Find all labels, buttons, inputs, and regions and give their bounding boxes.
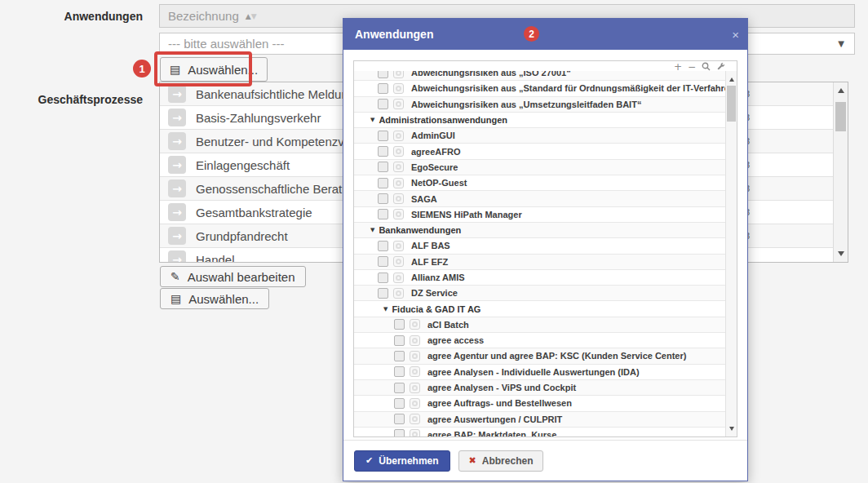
row-checkbox[interactable] [378, 131, 388, 141]
process-label: Gesamtbankstrategie [196, 206, 312, 219]
application-label: AdminGUI [411, 131, 455, 140]
tree-row[interactable]: ▼ agree Auswertungen / CULPRIT [354, 412, 726, 428]
ring-glyph [396, 211, 401, 217]
row-checkbox[interactable] [378, 178, 388, 188]
ring-glyph [412, 432, 418, 436]
collapse-icon[interactable]: ▼ [370, 117, 374, 123]
row-checkbox[interactable] [378, 83, 388, 94]
ring-glyph [396, 86, 401, 91]
tree-row[interactable]: ▼ Allianz AMIS [354, 270, 726, 286]
row-checkbox[interactable] [394, 335, 405, 346]
sort-desc-icon[interactable]: ▼ [251, 12, 257, 20]
auswaehlen-bottom-label: Auswählen... [188, 292, 259, 306]
search-icon[interactable] [702, 62, 711, 73]
tree-row[interactable]: ▼ Abweichungsrisiken aus „Standard für O… [354, 81, 726, 96]
arrow-right-icon: → [168, 85, 186, 103]
ring-glyph [396, 133, 401, 139]
tree-row[interactable]: ▼ aCI Batch [354, 317, 726, 333]
tree-row[interactable]: ▼ Bankanwendungen [354, 223, 726, 238]
tree-row[interactable]: ▼ agree Auftrags- und Bestellwesen [354, 396, 726, 411]
arrow-right-icon: → [168, 156, 186, 174]
tree-row[interactable]: ▼ agree BAP: Marktdaten, Kurse [354, 428, 726, 436]
tree-row[interactable]: ▼ ALF EFZ [354, 255, 726, 270]
tree-scrollbar[interactable] [725, 71, 737, 436]
scroll-up-icon [729, 78, 734, 82]
row-state-icon [393, 83, 404, 94]
tree-scroll-up-button[interactable] [726, 73, 737, 85]
sort-icons[interactable]: ▲▼ [246, 12, 257, 20]
add-icon[interactable]: + [674, 62, 682, 72]
scrollbar-thumb[interactable] [835, 102, 846, 131]
modal-titlebar[interactable]: Anwendungen 2 × [343, 19, 747, 50]
tree-row[interactable]: ▼ agree Agentur und agree BAP: KSC (Kund… [354, 348, 726, 364]
sort-asc-icon[interactable]: ▲ [246, 12, 251, 20]
scroll-up-button[interactable] [834, 85, 848, 96]
close-icon[interactable]: × [732, 29, 739, 41]
tree-row[interactable]: ▼ AdminGUI [354, 128, 726, 144]
process-list-scrollbar[interactable] [833, 82, 848, 262]
row-state-icon [393, 99, 404, 109]
ring-glyph [412, 338, 418, 343]
tree-row[interactable]: ▼ agree Analysen - Individuelle Auswertu… [354, 365, 726, 380]
tree-row[interactable]: ▼ ALF BAS [354, 238, 726, 254]
tree-row[interactable]: ▼ Abweichungsrisiken aus „Umsetzungsleit… [354, 97, 726, 113]
row-state-icon [410, 398, 420, 409]
row-checkbox[interactable] [378, 162, 388, 172]
row-checkbox[interactable] [378, 288, 388, 299]
tree-row[interactable]: ▼ SAGA [354, 191, 726, 206]
select-placeholder: --- bitte auswählen --- [168, 37, 285, 51]
arrow-right-icon: → [168, 109, 186, 126]
tree-row[interactable]: ▼ DZ Service [354, 286, 726, 301]
row-checkbox[interactable] [394, 429, 405, 436]
application-label: SIEMENS HiPath Manager [411, 210, 522, 219]
settings-wrench-icon[interactable] [716, 62, 725, 73]
uebernehmen-button[interactable]: ✔ Übernehmen [354, 450, 450, 472]
step-2-badge: 2 [524, 26, 539, 42]
tree-row[interactable]: ▼ NetOP-Guest [354, 175, 726, 191]
row-checkbox[interactable] [394, 366, 405, 377]
row-checkbox[interactable] [378, 146, 388, 157]
tree-scroll-down-button[interactable] [726, 423, 737, 434]
application-label: agree access [427, 335, 484, 345]
ring-glyph [396, 148, 401, 154]
row-checkbox[interactable] [378, 273, 388, 283]
application-label: EgoSecure [411, 162, 458, 172]
tree-row[interactable]: ▼ agree access [354, 333, 726, 348]
row-checkbox[interactable] [378, 241, 388, 251]
page: Anwendungen Bezeichnung ▲▼ --- bitte aus… [0, 0, 868, 483]
ring-glyph [396, 196, 401, 202]
row-checkbox[interactable] [378, 209, 388, 219]
tree-row[interactable]: ▼ Abweichungsrisiken aus „ISO 27001“ [354, 71, 726, 81]
row-state-icon [410, 366, 420, 377]
scroll-up-icon [838, 88, 844, 93]
row-checkbox[interactable] [378, 193, 388, 204]
tree-row[interactable]: ▼ agree Analysen - ViPS und Cockpit [354, 380, 726, 396]
abbrechen-label: Abbrechen [482, 455, 534, 467]
tree-row[interactable]: ▼ EgoSecure [354, 160, 726, 175]
tree-row[interactable]: ▼ agreeAFRO [354, 144, 726, 159]
applications-tree: + − ▼ Abweichungsrisiken aus „ISO 27001“ [353, 60, 737, 437]
remove-icon[interactable]: − [688, 62, 696, 72]
row-checkbox[interactable] [378, 71, 388, 78]
row-checkbox[interactable] [394, 351, 405, 361]
abbrechen-button[interactable]: ✖ Abbrechen [458, 450, 544, 472]
tree-row[interactable]: ▼ Administrationsanwendungen [354, 113, 726, 128]
tree-row[interactable]: ▼ SIEMENS HiPath Manager [354, 207, 726, 223]
collapse-icon[interactable]: ▼ [370, 227, 374, 233]
tree-row[interactable]: ▼ Fiducia & GAD IT AG [354, 301, 726, 317]
row-checkbox[interactable] [394, 398, 405, 409]
row-checkbox[interactable] [394, 414, 405, 424]
auswaehlen-button-bottom[interactable]: ▤ Auswählen... [160, 288, 269, 309]
application-label: Administrationsanwendungen [379, 115, 507, 125]
auswahl-bearbeiten-button[interactable]: ✎ Auswahl bearbeiten [160, 266, 306, 287]
row-checkbox[interactable] [378, 256, 388, 267]
process-label: Grundpfandrecht [196, 229, 288, 243]
scroll-down-button[interactable] [834, 248, 848, 259]
application-label: agree Agentur und agree BAP: KSC (Kunden… [427, 351, 686, 361]
tree-scrollbar-thumb[interactable] [727, 86, 736, 122]
collapse-icon[interactable]: ▼ [383, 306, 388, 312]
row-checkbox[interactable] [394, 383, 405, 393]
row-state-icon [393, 209, 404, 219]
row-checkbox[interactable] [394, 319, 405, 330]
row-checkbox[interactable] [378, 99, 388, 109]
